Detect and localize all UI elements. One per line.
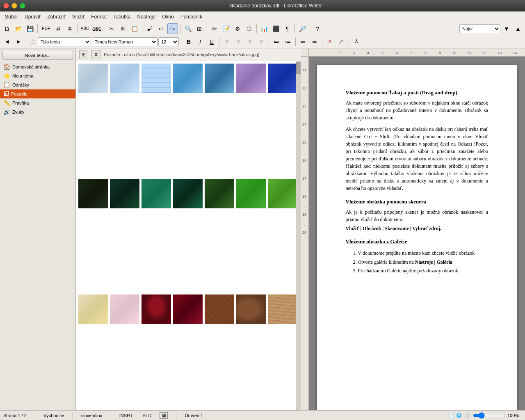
- font-name-select[interactable]: Times New Roman: [92, 37, 158, 46]
- close-button[interactable]: [3, 3, 9, 9]
- gallery-thumb-purple[interactable]: [235, 63, 267, 94]
- insert-chart-button[interactable]: 📊: [259, 23, 269, 34]
- table-button[interactable]: ⊞: [194, 23, 205, 34]
- navigator-button[interactable]: 🔍: [183, 23, 193, 34]
- zoom-slider[interactable]: [473, 412, 506, 419]
- menu-insert[interactable]: Vložiť: [69, 13, 88, 21]
- help-button[interactable]: ?: [312, 23, 323, 34]
- highlight-button[interactable]: 🖊: [336, 37, 347, 47]
- zoom-button[interactable]: 🔎: [297, 23, 308, 34]
- gallery-thumb-wood[interactable]: [267, 294, 296, 325]
- gallery-nav-home[interactable]: 🏠 Domovská stránka: [0, 62, 75, 71]
- paste-button[interactable]: 📋: [129, 23, 140, 34]
- gallery-thumb-bright-green[interactable]: [267, 178, 296, 209]
- char-format-button[interactable]: Ā: [351, 37, 362, 47]
- gallery-thumb-teal-dark[interactable]: [109, 178, 140, 209]
- gallery-nav-sounds[interactable]: 🔊 Zvuky: [0, 107, 75, 116]
- find-next-button[interactable]: ▼: [501, 23, 512, 34]
- underline-button[interactable]: U: [206, 37, 217, 47]
- gallery-thumb-rose[interactable]: [141, 294, 172, 325]
- save-button[interactable]: 💾: [25, 23, 35, 34]
- print-preview-button[interactable]: 🖨: [53, 23, 64, 34]
- window-controls[interactable]: [3, 3, 25, 9]
- bold-button[interactable]: B: [183, 37, 194, 47]
- gallery-thumb-dark-red[interactable]: [172, 294, 203, 325]
- paragraph-style-select[interactable]: Telo textu: [38, 37, 91, 46]
- zoom-level[interactable]: 100%: [507, 413, 522, 418]
- gallery-thumb-dark-teal[interactable]: [172, 178, 203, 209]
- menu-edit[interactable]: Upraviť: [21, 13, 44, 21]
- gallery-nav-bullets[interactable]: 📋 Odrážky: [0, 80, 75, 89]
- gallery-thumb-light-blue[interactable]: [78, 63, 109, 94]
- font-size-select[interactable]: 12: [158, 37, 179, 46]
- new-theme-button[interactable]: Nová téma...: [2, 51, 73, 60]
- gallery-nav-rulers[interactable]: 📏 Pravítka: [0, 98, 75, 107]
- indent-decrease-button[interactable]: ⇐: [298, 37, 308, 47]
- cut-button[interactable]: ✂: [106, 23, 117, 34]
- list-ordered-button[interactable]: ≔: [283, 37, 293, 47]
- minimize-button[interactable]: [11, 3, 17, 9]
- redo-button[interactable]: ↪: [167, 23, 178, 34]
- gallery-thumb-fabric[interactable]: [204, 294, 235, 325]
- gallery-thumb-pale-blue[interactable]: [109, 63, 140, 94]
- autocorrect-button[interactable]: A̲B̲C̲: [91, 23, 102, 34]
- menu-window[interactable]: Okno: [159, 13, 177, 21]
- font-color-button[interactable]: A: [324, 37, 335, 47]
- insert-mode[interactable]: INSRT: [119, 413, 133, 418]
- align-left-button[interactable]: ≡: [221, 37, 232, 47]
- form-mode-button[interactable]: 📝: [221, 23, 231, 34]
- menu-format[interactable]: Formát: [88, 13, 110, 21]
- gallery-thumb-teal[interactable]: [141, 178, 172, 209]
- align-right-button[interactable]: ≡: [244, 37, 255, 47]
- view-list-button[interactable]: ≡: [91, 50, 100, 59]
- gallery-thumb-cobalt[interactable]: [267, 63, 296, 94]
- selection-mode[interactable]: STD: [142, 413, 151, 418]
- find-prev-button[interactable]: ▲: [513, 23, 523, 34]
- gallery-nav-backgrounds[interactable]: 🖼 Pozadie: [0, 89, 75, 98]
- format-paint-button[interactable]: 🖌: [144, 23, 155, 34]
- export-pdf-button[interactable]: PDF: [40, 23, 52, 34]
- gallery-thumb-brown-swirl[interactable]: [235, 294, 267, 325]
- menu-tools[interactable]: Nástroje: [134, 13, 159, 21]
- gallery-nav-mytheme[interactable]: ⭐ Moja téma: [0, 71, 75, 80]
- indent-increase-button[interactable]: ⇒: [309, 37, 320, 47]
- print-button[interactable]: 🖶: [64, 23, 75, 34]
- view-thumbnails-button[interactable]: ⊞: [79, 50, 88, 59]
- menu-view[interactable]: Zobraziť: [44, 13, 69, 21]
- gallery-thumb-water[interactable]: [172, 63, 203, 94]
- gallery-thumb-tile[interactable]: [141, 63, 172, 94]
- gallery-scrollbar[interactable]: [296, 61, 301, 410]
- gallery-thumb-grass[interactable]: [204, 178, 235, 209]
- menu-table[interactable]: Tabuľka: [110, 13, 134, 21]
- controls-button[interactable]: ⚙: [232, 23, 243, 34]
- nav-forward-button[interactable]: ▶: [13, 37, 24, 47]
- search-box[interactable]: Nájsť: [459, 24, 500, 33]
- view-normal-icon[interactable]: 📄: [449, 413, 454, 418]
- menu-help[interactable]: Pomocník: [177, 13, 205, 21]
- spellcheck-button[interactable]: ABC: [80, 23, 90, 34]
- show-format-marks-button[interactable]: ¶: [282, 23, 292, 34]
- nav-back-button[interactable]: ◀: [2, 37, 12, 47]
- gallery-thumb-pink[interactable]: [109, 294, 140, 325]
- open-button[interactable]: 📂: [13, 23, 24, 34]
- edit-mode-button[interactable]: ✏: [209, 23, 220, 34]
- gallery-thumb-water2[interactable]: [204, 63, 235, 94]
- new-button[interactable]: 🗋: [2, 23, 12, 34]
- align-center-button[interactable]: ≡: [233, 37, 244, 47]
- undo-button[interactable]: ↩: [156, 23, 167, 34]
- styles-button[interactable]: 📋: [28, 37, 37, 47]
- italic-button[interactable]: I: [195, 37, 205, 47]
- show-draw-button[interactable]: ⬛: [270, 23, 281, 34]
- list-unordered-button[interactable]: ≔: [271, 37, 282, 47]
- align-justify-button[interactable]: ≡: [256, 37, 267, 47]
- gallery-thumb-light-beige[interactable]: [78, 294, 109, 325]
- maximize-button[interactable]: [20, 3, 25, 9]
- view-web-icon[interactable]: 🌐: [456, 413, 462, 418]
- view-full-icon[interactable]: ⬜: [463, 413, 469, 418]
- gallery-thumb-green[interactable]: [235, 178, 267, 209]
- insert-field-button[interactable]: ⬡: [244, 23, 254, 34]
- gallery-thumb-dark-green-tex[interactable]: [78, 178, 109, 209]
- copy-button[interactable]: ⎘: [118, 23, 128, 34]
- selection-mode-icon[interactable]: ▦: [160, 412, 168, 419]
- document-scroll[interactable]: Vloženie pomocou Ťahaj a pusti (Drag and…: [309, 57, 525, 410]
